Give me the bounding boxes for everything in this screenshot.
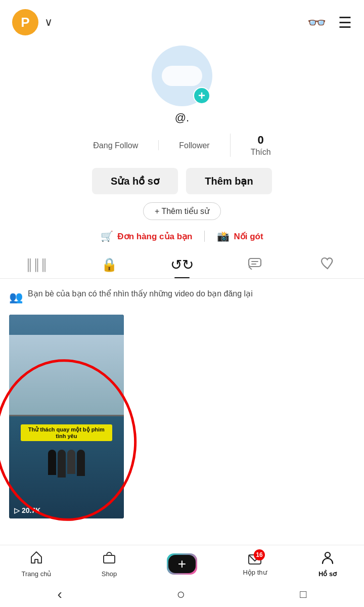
likes-label: Thích: [251, 148, 271, 157]
follower-label: Follower: [179, 141, 209, 150]
grid-icon: ║║║: [25, 258, 48, 272]
repost-icon: ↺↻: [170, 256, 194, 273]
tab-liked[interactable]: [291, 257, 364, 278]
nav-profile[interactable]: Hồ sơ: [291, 550, 364, 578]
top-bar-right: 👓 ☰: [307, 14, 352, 31]
username: @.: [175, 111, 189, 124]
shop-links: 🛒 Đơn hàng của bạn 📸 Nối gót: [88, 230, 275, 242]
orders-link[interactable]: 🛒 Đơn hàng của bạn: [88, 230, 204, 242]
inbox-badge: 16: [254, 549, 265, 560]
add-friend-button[interactable]: Thêm bạn: [186, 168, 272, 194]
nav-create[interactable]: +: [146, 553, 218, 575]
repost-notice-text: Bạn bè của bạn có thể nhìn thấy những vi…: [28, 288, 253, 300]
video-overlay-label: Thử thách quay một bộ phim tình yêu: [21, 424, 112, 441]
repost-notice: 👥 Bạn bè của bạn có thể nhìn thấy những …: [9, 288, 355, 306]
svg-point-6: [325, 552, 330, 557]
top-bar: P ∨ 👓 ☰: [0, 0, 364, 40]
system-nav: ‹ ○ □: [0, 582, 364, 607]
menu-icon[interactable]: ☰: [338, 14, 352, 31]
bio-link-label: + Thêm tiểu sử: [155, 206, 209, 216]
content-area: 👥 Bạn bè của bạn có thể nhìn thấy những …: [0, 279, 364, 524]
shop-icon: [102, 550, 116, 568]
people-icon: 👥: [9, 289, 23, 306]
video-play-count: ▷ 20.7K: [14, 506, 40, 514]
following-label: Đang Follow: [93, 141, 138, 150]
comment-icon: [248, 257, 262, 273]
orders-label: Đơn hàng của bạn: [117, 231, 192, 242]
create-plus-button[interactable]: +: [167, 553, 197, 575]
top-bar-left: P ∨: [12, 9, 53, 35]
shop-label: Shop: [102, 570, 117, 578]
noi-got-icon: 📸: [217, 230, 230, 242]
bridge-bg: [9, 335, 124, 416]
stat-follower[interactable]: Follower: [158, 140, 230, 150]
svg-rect-4: [104, 555, 115, 563]
svg-rect-0: [249, 258, 261, 267]
recents-button[interactable]: □: [300, 588, 306, 601]
nav-inbox[interactable]: 16 Hộp thư: [218, 552, 291, 576]
tab-bar: ║║║ 🔒 ↺↻: [0, 252, 364, 279]
tab-grid[interactable]: ║║║: [0, 258, 73, 277]
plus-icon: +: [178, 556, 186, 572]
video-grid: Thử thách quay một bộ phim tình yêu ▷ 20…: [9, 315, 355, 518]
likes-count: 0: [258, 134, 264, 147]
edit-profile-button[interactable]: Sửa hồ sơ: [92, 168, 178, 194]
stat-following[interactable]: Đang Follow: [73, 140, 158, 150]
glasses-icon[interactable]: 👓: [307, 14, 326, 31]
chevron-down-icon[interactable]: ∨: [44, 16, 53, 29]
add-photo-button[interactable]: +: [193, 87, 210, 104]
home-label: Trang chủ: [22, 570, 52, 578]
avatar-container: +: [152, 46, 212, 106]
tab-comments[interactable]: [218, 257, 291, 278]
home-button[interactable]: ○: [177, 586, 186, 602]
noi-got-label: Nối gót: [234, 231, 263, 242]
inbox-icon-wrap: 16: [248, 552, 262, 567]
cart-icon: 🛒: [101, 230, 113, 242]
action-buttons: Sửa hồ sơ Thêm bạn: [92, 168, 272, 194]
tab-repost[interactable]: ↺↻: [146, 256, 218, 278]
video-thumbnail-1[interactable]: Thử thách quay một bộ phim tình yêu ▷ 20…: [9, 315, 124, 518]
stats-row: Đang Follow Follower 0 Thích: [0, 134, 364, 157]
home-icon: [29, 550, 43, 568]
account-switcher-avatar[interactable]: P: [12, 9, 38, 35]
avatar-placeholder: [162, 66, 202, 86]
heart-icon: [321, 257, 335, 273]
profile-label: Hồ sơ: [318, 570, 337, 578]
inbox-label: Hộp thư: [243, 569, 266, 576]
add-bio-button[interactable]: + Thêm tiểu sử: [143, 202, 221, 220]
lock-icon: 🔒: [101, 257, 117, 273]
stat-likes[interactable]: 0 Thích: [230, 134, 291, 157]
profile-section: + @. Đang Follow Follower 0 Thích Sửa hồ…: [0, 40, 364, 252]
back-button[interactable]: ‹: [57, 586, 62, 602]
profile-icon: [321, 550, 335, 568]
nav-home[interactable]: Trang chủ: [0, 550, 73, 578]
noi-got-link[interactable]: 📸 Nối gót: [205, 230, 275, 242]
tab-private[interactable]: 🔒: [73, 257, 146, 278]
nav-shop[interactable]: Shop: [73, 550, 146, 578]
bottom-nav: Trang chủ Shop + 16 Hộp thư: [0, 545, 364, 582]
